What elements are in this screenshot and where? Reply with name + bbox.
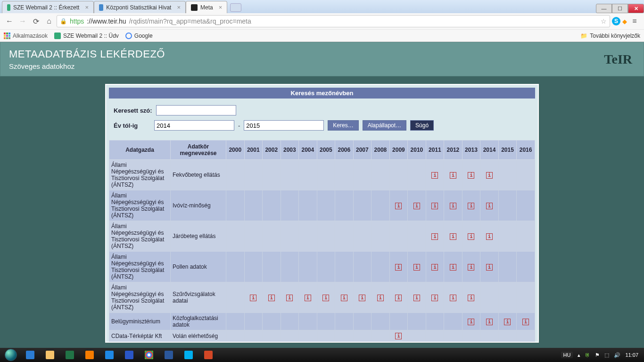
cell-year [335,330,354,342]
back-button[interactable]: ← [4,16,15,27]
info-icon[interactable]: i [468,319,474,325]
cell-year [389,313,408,330]
tab-1[interactable]: SZE Webmail 2 :: Érkezett × [2,1,94,13]
cell-adatgazda: CData-Térképtár Kft [109,330,171,342]
info-icon[interactable]: i [395,203,402,209]
info-icon[interactable]: i [268,295,275,301]
tab-close-icon[interactable]: × [174,4,181,11]
info-icon[interactable]: i [486,264,493,271]
skype-extension-icon[interactable]: S [612,17,620,25]
star-icon[interactable]: ☆ [601,17,607,25]
cell-year: i [244,282,263,313]
info-icon[interactable]: i [450,172,456,179]
info-icon[interactable]: i [413,295,420,301]
col-year: 2011 [426,140,444,160]
info-icon[interactable]: i [468,264,474,271]
window-minimize[interactable]: — [596,4,612,13]
col-year: 2005 [317,140,335,160]
info-icon[interactable]: i [468,172,474,179]
table-row: Állami Népegészségügyi és Tisztiorvosi S… [109,252,535,282]
bookmark-1[interactable]: SZE Webmail 2 :: Üdv [54,33,119,39]
info-icon[interactable]: i [377,295,384,301]
info-icon[interactable]: i [522,319,529,325]
teir-logo: TeIR [604,52,632,67]
address-bar-row: ← → ⟳ ⌂ 🔒 https ://www.teir.hu /rqdist/m… [0,13,644,29]
window-close[interactable]: ✕ [628,4,644,13]
cell-year [226,221,245,252]
cell-year: i [480,252,499,282]
info-icon[interactable]: i [431,203,438,209]
info-icon[interactable]: i [305,295,311,301]
info-icon[interactable]: i [486,203,493,209]
info-icon[interactable]: i [322,295,329,301]
year-to-input[interactable] [244,120,324,131]
url-bar[interactable]: 🔒 https ://www.teir.hu /rqdist/main?rq_a… [57,15,610,27]
cell-year [317,330,335,342]
info-icon[interactable]: i [395,333,402,339]
info-icon[interactable]: i [431,172,438,179]
info-icon[interactable]: i [486,172,493,179]
search-button[interactable]: Keres… [328,120,358,131]
info-icon[interactable]: i [431,264,438,271]
cell-year [226,313,245,330]
ev-label: Év tól-ig [114,122,150,129]
cell-adatkor: Közfoglalkoztatási adatok [171,313,226,330]
info-icon[interactable]: i [486,319,493,325]
info-icon[interactable]: i [413,264,420,271]
tab-3-active[interactable]: Meta × [186,1,227,13]
info-icon[interactable]: i [450,264,456,271]
info-icon[interactable]: i [431,233,438,240]
info-icon[interactable]: i [450,233,456,240]
col-year: 2010 [408,140,426,160]
cell-year [517,330,535,342]
info-icon[interactable]: i [395,295,402,301]
cell-year [408,313,426,330]
info-icon[interactable]: i [468,295,474,301]
info-icon[interactable]: i [395,264,402,271]
keresett-input[interactable] [156,105,236,115]
bookmark-2[interactable]: Google [125,33,153,39]
col-year: 2004 [299,140,317,160]
year-from-input[interactable] [154,120,234,131]
info-icon[interactable]: i [450,203,456,209]
cell-adatgazda: Állami Népegészségügyi és Tisztiorvosi S… [109,160,171,190]
col-year: 2014 [480,140,499,160]
cell-adatkor: Járóbeteg ellátás [171,221,226,252]
forward-button[interactable]: → [17,16,28,27]
start-button[interactable] [2,348,20,348]
cell-adatkor: Volán elérhetőség [171,330,226,342]
help-button[interactable]: Súgó [410,120,434,131]
cell-year [281,313,299,330]
cell-year [408,221,426,252]
info-icon[interactable]: i [431,295,438,301]
info-icon[interactable]: i [286,295,293,301]
info-icon[interactable]: i [468,233,474,240]
home-button[interactable]: ⌂ [43,16,55,27]
favicon [99,4,103,11]
tab-close-icon[interactable]: × [82,4,89,11]
info-icon[interactable]: i [468,203,474,209]
tab-close-icon[interactable]: × [216,4,223,11]
cell-year [281,221,299,252]
cell-year: i [408,252,426,282]
other-bookmarks[interactable]: 📁 További könyvjelzők [580,33,640,39]
info-icon[interactable]: i [450,295,456,301]
info-icon[interactable]: i [504,319,511,325]
bookmark-label: Google [134,33,153,39]
menu-button[interactable]: ≡ [629,16,640,27]
reload-button[interactable]: ⟳ [30,16,41,27]
cell-year [389,160,408,190]
window-maximize[interactable]: ☐ [612,4,628,13]
reset-button[interactable]: Alapállapot… [363,120,406,131]
tab-2[interactable]: Központi Statisztikai Hivat × [94,1,186,13]
new-tab-button[interactable] [230,3,241,12]
cell-year: i [281,282,299,313]
info-icon[interactable]: i [413,203,420,209]
extension-icon[interactable]: ◆ [622,18,627,25]
info-icon[interactable]: i [341,295,347,301]
cell-year: i [480,221,499,252]
info-icon[interactable]: i [250,295,256,301]
apps-bookmark[interactable]: Alkalmazások [4,33,48,39]
info-icon[interactable]: i [486,233,493,240]
info-icon[interactable]: i [359,295,365,301]
